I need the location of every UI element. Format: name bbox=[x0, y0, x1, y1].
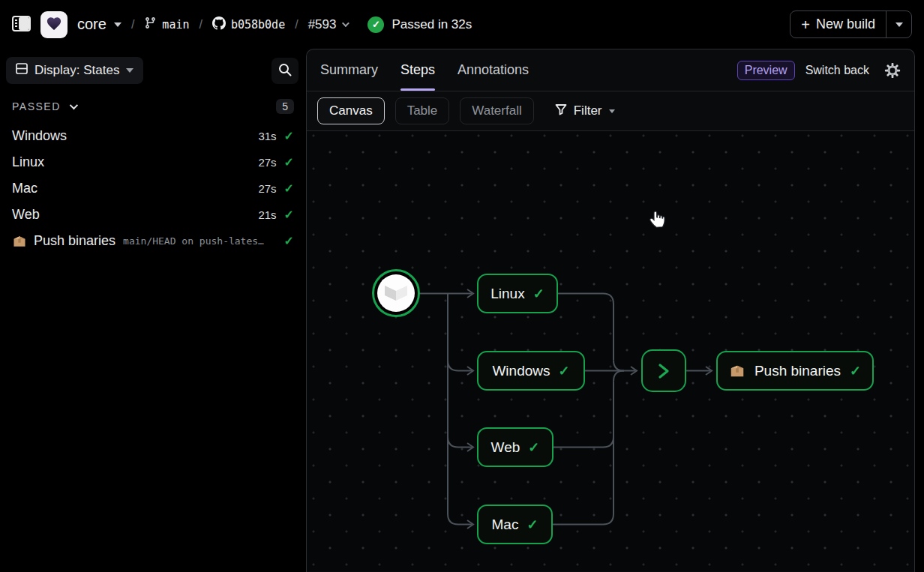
new-build-label: New build bbox=[816, 16, 875, 32]
view-button-table[interactable]: Table bbox=[395, 97, 450, 124]
build-number: #593 bbox=[308, 17, 337, 32]
breadcrumb-separator: / bbox=[199, 18, 202, 31]
node-web[interactable]: Web ✓ bbox=[477, 427, 554, 467]
check-icon: ✓ bbox=[284, 129, 294, 143]
step-row-push-binaries[interactable]: Push binaries main/HEAD on push-lates… ✓ bbox=[0, 228, 306, 254]
build-number-dropdown[interactable]: #593 bbox=[308, 17, 348, 32]
new-build-split-button: + New build bbox=[790, 10, 912, 38]
sidebar-toggle-icon bbox=[12, 16, 31, 34]
caret-down-icon bbox=[609, 109, 615, 113]
status-text: Passed in 32s bbox=[392, 17, 472, 32]
check-icon: ✓ bbox=[284, 234, 294, 248]
check-icon: ✓ bbox=[284, 208, 294, 222]
pipeline-start-node[interactable] bbox=[372, 269, 420, 317]
chevron-down-icon bbox=[342, 19, 350, 27]
node-windows[interactable]: Windows ✓ bbox=[477, 351, 585, 391]
step-duration: 31s bbox=[258, 130, 276, 142]
purple-heart-icon bbox=[46, 16, 62, 34]
branch-name: main bbox=[162, 18, 189, 31]
top-header: core / main / b058b0de / #593 bbox=[0, 0, 924, 49]
step-list: Windows 31s ✓ Linux 27s ✓ Mac 27s ✓ Web … bbox=[0, 123, 306, 254]
buildkite-logo-icon bbox=[383, 281, 409, 305]
group-count-badge: 5 bbox=[276, 99, 294, 114]
package-icon bbox=[729, 363, 746, 379]
node-linux[interactable]: Linux ✓ bbox=[477, 274, 558, 313]
commit-sha: b058b0de bbox=[231, 18, 285, 31]
settings-gear-button[interactable] bbox=[884, 62, 901, 79]
check-icon: ✓ bbox=[528, 439, 539, 456]
passed-check-icon: ✓ bbox=[368, 16, 384, 33]
org-name: core bbox=[77, 16, 106, 33]
display-rows-icon bbox=[16, 63, 28, 78]
preview-badge[interactable]: Preview bbox=[737, 61, 795, 80]
switch-back-link[interactable]: Switch back bbox=[806, 64, 869, 77]
passed-group-header[interactable]: PASSED 5 bbox=[0, 99, 306, 114]
view-button-canvas[interactable]: Canvas bbox=[317, 97, 385, 124]
caret-down-icon bbox=[114, 22, 122, 27]
group-label: PASSED bbox=[12, 100, 61, 112]
tab-annotations[interactable]: Annotations bbox=[458, 49, 529, 91]
step-duration: 27s bbox=[258, 182, 276, 195]
view-button-waterfall[interactable]: Waterfall bbox=[460, 97, 533, 124]
check-icon: ✓ bbox=[284, 155, 294, 169]
tab-steps[interactable]: Steps bbox=[400, 49, 435, 91]
node-push-binaries[interactable]: Push binaries ✓ bbox=[716, 351, 874, 391]
step-row-web[interactable]: Web 21s ✓ bbox=[0, 202, 306, 228]
display-mode-button[interactable]: Display: States bbox=[6, 57, 143, 84]
breadcrumb-separator: / bbox=[131, 18, 134, 31]
breadcrumb-separator: / bbox=[295, 18, 298, 31]
check-icon: ✓ bbox=[533, 286, 544, 302]
plus-icon: + bbox=[801, 17, 810, 32]
new-build-button[interactable]: + New build bbox=[790, 11, 886, 37]
check-icon: ✓ bbox=[526, 517, 538, 533]
node-mac[interactable]: Mac ✓ bbox=[477, 505, 553, 544]
github-icon bbox=[212, 16, 226, 33]
steps-sidebar: Display: States PASSED 5 Windows 31s ✓ L… bbox=[0, 49, 306, 572]
check-icon: ✓ bbox=[850, 363, 861, 379]
funnel-icon bbox=[555, 103, 567, 119]
chevron-right-icon bbox=[657, 362, 670, 380]
chevron-down-icon bbox=[70, 101, 78, 109]
step-row-linux[interactable]: Linux 27s ✓ bbox=[0, 149, 306, 175]
view-toolbar: Canvas Table Waterfall Filter bbox=[307, 91, 914, 131]
package-icon bbox=[12, 234, 27, 249]
check-icon: ✓ bbox=[284, 181, 294, 196]
step-meta: main/HEAD on push-lates… bbox=[123, 235, 284, 247]
caret-down-icon bbox=[126, 68, 134, 73]
branch-crumb[interactable]: main bbox=[144, 16, 189, 32]
gear-icon bbox=[884, 62, 901, 79]
tab-bar: Summary Steps Annotations Preview Switch… bbox=[307, 49, 914, 91]
org-logo[interactable] bbox=[40, 11, 68, 38]
sidebar-toggle-button[interactable] bbox=[12, 16, 31, 34]
step-duration: 27s bbox=[258, 156, 276, 169]
caret-down-icon bbox=[896, 22, 903, 27]
commit-crumb[interactable]: b058b0de bbox=[212, 16, 285, 33]
search-icon bbox=[278, 68, 292, 79]
filter-label: Filter bbox=[574, 103, 602, 118]
display-mode-label: Display: States bbox=[34, 63, 119, 78]
node-wait-step[interactable] bbox=[641, 349, 686, 392]
search-button[interactable] bbox=[272, 58, 298, 84]
check-icon: ✓ bbox=[558, 363, 569, 379]
new-build-dropdown-button[interactable] bbox=[886, 11, 911, 37]
step-duration: 21s bbox=[258, 208, 276, 221]
git-branch-icon bbox=[144, 16, 157, 32]
step-row-windows[interactable]: Windows 31s ✓ bbox=[0, 123, 306, 149]
build-status: ✓ Passed in 32s bbox=[368, 16, 472, 33]
build-detail-panel: Summary Steps Annotations Preview Switch… bbox=[306, 49, 915, 572]
org-switcher[interactable]: core bbox=[77, 16, 122, 33]
step-row-mac[interactable]: Mac 27s ✓ bbox=[0, 175, 306, 202]
tab-summary[interactable]: Summary bbox=[320, 49, 378, 91]
filter-dropdown[interactable]: Filter bbox=[555, 103, 615, 119]
pipeline-canvas[interactable]: Linux ✓ Windows ✓ Web ✓ Mac ✓ bbox=[307, 131, 914, 571]
